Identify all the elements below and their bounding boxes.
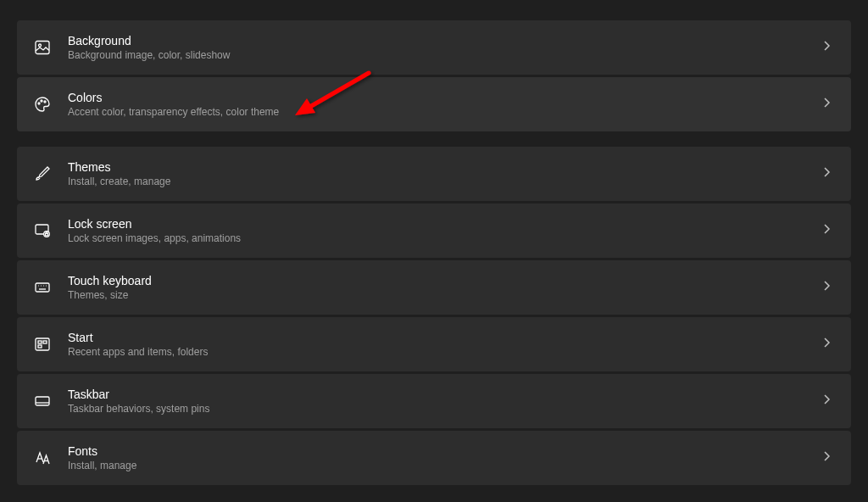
svg-rect-18 xyxy=(36,397,49,405)
setting-desc: Background image, color, slideshow xyxy=(68,49,821,61)
chevron-right-icon xyxy=(821,450,832,466)
setting-item-background[interactable]: Background Background image, color, slid… xyxy=(17,20,851,75)
palette-icon xyxy=(32,94,53,114)
keyboard-icon xyxy=(32,277,53,298)
setting-item-taskbar[interactable]: Taskbar Taskbar behaviors, system pins xyxy=(17,374,851,428)
svg-rect-16 xyxy=(43,341,47,343)
setting-text: Themes Install, create, manage xyxy=(68,160,821,187)
chevron-right-icon xyxy=(821,393,832,409)
setting-title: Colors xyxy=(68,91,821,104)
setting-desc: Themes, size xyxy=(68,289,821,301)
chevron-right-icon xyxy=(821,40,832,55)
chevron-right-icon xyxy=(821,337,832,352)
taskbar-icon xyxy=(32,391,53,411)
setting-title: Themes xyxy=(68,160,821,174)
setting-item-themes[interactable]: Themes Install, create, manage xyxy=(17,147,851,201)
setting-desc: Taskbar behaviors, system pins xyxy=(68,403,821,415)
svg-rect-8 xyxy=(36,283,49,292)
svg-rect-0 xyxy=(36,42,49,54)
svg-rect-15 xyxy=(38,341,42,343)
setting-desc: Lock screen images, apps, animations xyxy=(68,232,821,244)
chevron-right-icon xyxy=(821,280,832,295)
image-icon xyxy=(32,37,53,58)
setting-desc: Install, create, manage xyxy=(68,176,821,187)
chevron-right-icon xyxy=(821,223,832,238)
setting-text: Fonts Install, manage xyxy=(68,444,821,471)
svg-rect-14 xyxy=(36,338,49,350)
svg-point-3 xyxy=(41,100,42,102)
setting-desc: Install, manage xyxy=(68,460,821,471)
setting-item-fonts[interactable]: Fonts Install, manage xyxy=(17,431,851,485)
setting-text: Touch keyboard Themes, size xyxy=(68,274,821,301)
setting-desc: Recent apps and items, folders xyxy=(68,346,821,358)
setting-title: Lock screen xyxy=(68,217,821,231)
fonts-icon xyxy=(32,448,53,468)
brush-icon xyxy=(32,164,53,184)
setting-title: Fonts xyxy=(68,444,821,458)
setting-text: Lock screen Lock screen images, apps, an… xyxy=(68,217,821,244)
chevron-right-icon xyxy=(821,166,832,181)
setting-title: Touch keyboard xyxy=(68,274,821,287)
svg-point-1 xyxy=(39,44,42,47)
setting-desc: Accent color, transparency effects, colo… xyxy=(68,106,821,118)
start-icon xyxy=(32,334,53,354)
setting-text: Taskbar Taskbar behaviors, system pins xyxy=(68,388,821,415)
setting-title: Start xyxy=(68,331,821,344)
setting-item-colors[interactable]: Colors Accent color, transparency effect… xyxy=(17,77,851,131)
setting-text: Background Background image, color, slid… xyxy=(68,34,821,61)
setting-text: Colors Accent color, transparency effect… xyxy=(68,91,821,118)
svg-rect-17 xyxy=(38,345,42,348)
setting-item-start[interactable]: Start Recent apps and items, folders xyxy=(17,317,851,371)
setting-item-lockscreen[interactable]: Lock screen Lock screen images, apps, an… xyxy=(17,204,851,258)
lockscreen-icon xyxy=(32,220,53,241)
setting-title: Background xyxy=(68,34,821,47)
setting-title: Taskbar xyxy=(68,388,821,401)
chevron-right-icon xyxy=(821,97,832,112)
svg-point-4 xyxy=(44,101,46,103)
setting-text: Start Recent apps and items, folders xyxy=(68,331,821,358)
svg-point-2 xyxy=(38,103,40,104)
setting-item-touchkeyboard[interactable]: Touch keyboard Themes, size xyxy=(17,260,851,315)
personalization-settings-list: Background Background image, color, slid… xyxy=(17,20,851,485)
